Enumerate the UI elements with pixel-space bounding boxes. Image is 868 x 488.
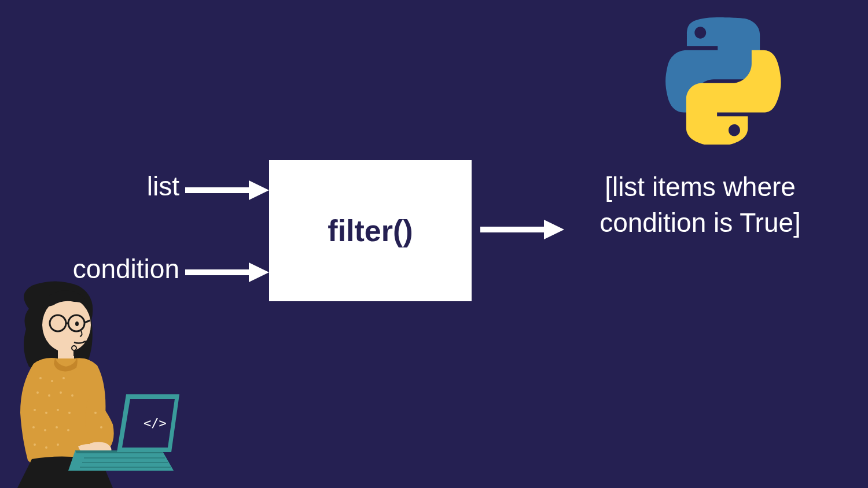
arrow-condition-icon [185, 261, 269, 286]
svg-point-25 [68, 412, 71, 414]
svg-point-17 [62, 377, 65, 379]
svg-point-23 [45, 412, 47, 414]
svg-point-19 [48, 394, 50, 397]
svg-point-34 [100, 426, 102, 428]
svg-marker-3 [249, 263, 269, 282]
input-list-label: list [69, 171, 179, 202]
svg-marker-5 [544, 220, 564, 239]
python-logo-icon [654, 17, 781, 145]
svg-point-29 [67, 429, 69, 431]
svg-point-24 [57, 409, 59, 411]
filter-function-box: filter() [269, 160, 472, 301]
svg-point-31 [45, 446, 47, 449]
output-description: [list items where condition is True] [573, 169, 827, 241]
svg-point-27 [44, 429, 46, 431]
svg-point-16 [51, 380, 53, 382]
svg-marker-1 [249, 180, 269, 200]
svg-point-30 [34, 443, 36, 446]
svg-point-18 [36, 391, 39, 394]
filter-function-label: filter() [328, 213, 413, 248]
svg-point-11 [75, 321, 79, 326]
svg-point-26 [32, 426, 35, 428]
svg-point-15 [39, 377, 42, 379]
arrow-list-icon [185, 179, 269, 204]
svg-point-20 [60, 391, 62, 394]
svg-point-28 [56, 426, 58, 428]
person-with-laptop-icon: </> [0, 280, 185, 488]
svg-point-21 [71, 394, 73, 397]
arrow-output-icon [480, 219, 564, 243]
svg-point-22 [34, 409, 36, 411]
svg-point-32 [57, 443, 59, 446]
svg-text:</>: </> [144, 416, 167, 430]
svg-point-33 [94, 412, 97, 414]
